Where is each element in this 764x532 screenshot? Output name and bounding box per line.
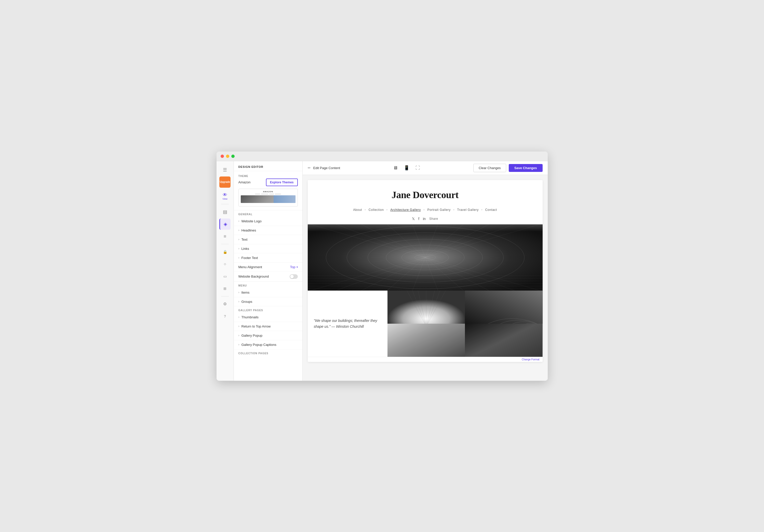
- facebook-icon[interactable]: f: [418, 217, 419, 221]
- collection-pages-label: COLLECTION PAGES: [234, 349, 302, 356]
- grid-image-4-svg: [465, 324, 542, 357]
- theme-preview-title: AMAZON: [241, 191, 295, 193]
- preview-frame: Jane Dovercourt About ● Collection ● Arc…: [308, 180, 543, 362]
- nav-contact[interactable]: Contact: [482, 208, 499, 212]
- accordion-text[interactable]: › Text: [234, 235, 302, 244]
- grid-image-3: [387, 324, 465, 357]
- toolbar-center: 🖥 📱 ⛶: [392, 164, 421, 172]
- layout-icon: ▭: [223, 274, 227, 278]
- dropdown-chevron-icon: ▾: [296, 266, 298, 268]
- sidebar-toggle[interactable]: ☰: [219, 164, 231, 175]
- title-bar: [217, 151, 548, 161]
- social-row: 𝕏 f in Share: [308, 215, 543, 224]
- help-icon: ?: [224, 314, 226, 318]
- general-section-label: GENERAL: [234, 210, 302, 217]
- nav-portrait-gallery[interactable]: Portrait Gallery: [425, 208, 453, 212]
- upgrade-button[interactable]: Upgrade: [219, 176, 231, 188]
- share-text[interactable]: Share: [429, 217, 438, 221]
- linkedin-icon[interactable]: in: [423, 217, 426, 221]
- settings-button[interactable]: ⚙: [219, 298, 231, 310]
- bottom-bar: Change Format: [308, 357, 543, 362]
- grid-image-1-svg: [387, 290, 465, 324]
- design-button[interactable]: ◈: [219, 219, 231, 230]
- nav-architecture-gallery[interactable]: Architecture Gallery: [388, 208, 423, 212]
- accordion-links[interactable]: › Links: [234, 244, 302, 254]
- website-background-label: Website Background: [239, 274, 269, 278]
- traffic-light-red[interactable]: [221, 155, 224, 158]
- main-content: ✏ Edit Page Content 🖥 📱 ⛶ Clear Changes …: [303, 161, 548, 381]
- chevron-icon: ›: [239, 324, 240, 328]
- icon-rail: ☰ Upgrade 👁 View ▤ ◈ ≡: [217, 161, 234, 381]
- clear-changes-button[interactable]: Clear Changes: [473, 164, 506, 172]
- nav-collection[interactable]: Collection: [366, 208, 386, 212]
- chevron-icon: ›: [239, 300, 240, 303]
- mobile-icon[interactable]: 📱: [403, 164, 410, 172]
- accordion-return-to-top[interactable]: › Return to Top Arrow: [234, 322, 302, 331]
- app-window: ☰ Upgrade 👁 View ▤ ◈ ≡: [217, 151, 548, 381]
- site-nav: About ● Collection ● Architecture Galler…: [308, 206, 543, 215]
- site-title: Jane Dovercourt: [313, 189, 537, 200]
- pages-button[interactable]: ▤: [219, 206, 231, 218]
- layout-button[interactable]: ▭: [219, 271, 231, 282]
- svg-rect-27: [308, 224, 543, 232]
- quote-text: "We shape our buildings; thereafter they…: [314, 318, 381, 329]
- nav-travel-gallery[interactable]: Travel Gallery: [455, 208, 481, 212]
- explore-themes-button[interactable]: Explore Themes: [266, 179, 298, 186]
- menu-section-label: MENU: [234, 282, 302, 288]
- search-button[interactable]: ○: [219, 259, 231, 270]
- lock-icon: 🔒: [223, 250, 227, 254]
- accordion-gallery-popup-captions[interactable]: › Gallery Popup Captions: [234, 340, 302, 349]
- tunnel-svg: [308, 224, 543, 290]
- accordion-thumbnails[interactable]: › Thumbnails: [234, 313, 302, 322]
- chevron-icon: ›: [239, 334, 240, 337]
- grid-button[interactable]: ⊞: [219, 283, 231, 294]
- menu-alignment-value[interactable]: Top ▾: [290, 265, 298, 269]
- accordion-headlines[interactable]: › Headlines: [234, 226, 302, 235]
- list-icon: ≡: [224, 234, 227, 239]
- toolbar-left: ✏ Edit Page Content: [308, 166, 340, 170]
- toolbar-right: Clear Changes Save Changes: [473, 164, 543, 172]
- svg-rect-42: [465, 290, 542, 324]
- pencil-icon: ✏: [308, 166, 311, 170]
- preview-line-2: [261, 194, 268, 194]
- quote-cell: "We shape our buildings; thereafter they…: [308, 290, 387, 357]
- accordion-groups[interactable]: › Groups: [234, 297, 302, 306]
- accordion-items[interactable]: › Items: [234, 288, 302, 297]
- view-button[interactable]: 👁 View: [219, 191, 231, 202]
- website-background-row: Website Background: [234, 272, 302, 282]
- save-changes-button[interactable]: Save Changes: [509, 164, 543, 172]
- desktop-icon[interactable]: 🖥: [392, 164, 399, 172]
- lock-button[interactable]: 🔒: [219, 246, 231, 258]
- settings-icon: ⚙: [223, 302, 227, 306]
- chevron-icon: ›: [239, 247, 240, 250]
- traffic-light-yellow[interactable]: [226, 155, 229, 158]
- chevron-icon: ›: [239, 315, 240, 319]
- twitter-icon[interactable]: 𝕏: [412, 217, 415, 221]
- design-icon: ◈: [224, 222, 227, 226]
- accordion-gallery-popup[interactable]: › Gallery Popup: [234, 331, 302, 340]
- nav-about[interactable]: About: [350, 208, 365, 212]
- theme-preview: AMAZON: [239, 189, 298, 207]
- sidebar-header: Design Editor: [234, 161, 302, 171]
- rail-divider-3: [221, 296, 229, 296]
- fullscreen-icon[interactable]: ⛶: [415, 164, 421, 172]
- preview-wrapper: Jane Dovercourt About ● Collection ● Arc…: [303, 175, 548, 381]
- chevron-icon: ›: [239, 290, 240, 294]
- list-button[interactable]: ≡: [219, 231, 231, 242]
- accordion-website-logo[interactable]: › Website Logo: [234, 217, 302, 226]
- chevron-icon: ›: [239, 238, 240, 241]
- preview-line-1: [255, 194, 260, 194]
- theme-label: THEME: [239, 175, 298, 178]
- pages-icon: ▤: [223, 210, 227, 214]
- website-background-toggle[interactable]: [289, 274, 298, 279]
- help-button[interactable]: ?: [219, 311, 231, 322]
- menu-alignment-label: Menu Alignment: [239, 265, 262, 269]
- change-format-link[interactable]: Change Format: [522, 358, 539, 361]
- grid-image-2-svg: [465, 290, 542, 324]
- svg-rect-44: [465, 324, 542, 357]
- search-circle-icon: ○: [224, 262, 226, 266]
- accordion-footer-text[interactable]: › Footer Text: [234, 254, 302, 263]
- traffic-light-green[interactable]: [231, 155, 235, 158]
- chevron-icon: ›: [239, 343, 240, 346]
- eye-icon: 👁: [223, 193, 227, 197]
